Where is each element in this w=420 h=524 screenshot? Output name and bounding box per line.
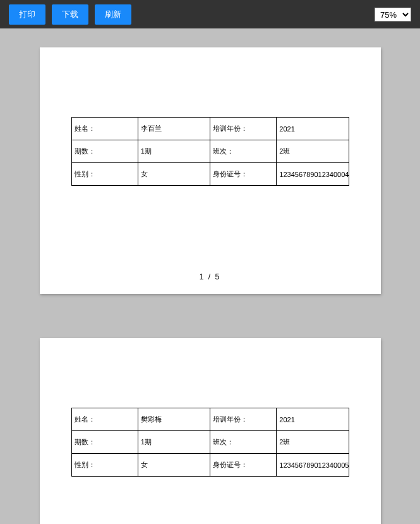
table-row: 姓名： 李百兰 培训年份： 2021 xyxy=(71,118,349,140)
value-idno: 123456789012340005 xyxy=(277,454,349,477)
page: 姓名： 樊彩梅 培训年份： 2021 期数： 1期 班次： 2班 性别： 女 身… xyxy=(40,338,381,524)
label-gender: 性别： xyxy=(71,454,138,477)
value-class: 2班 xyxy=(277,140,349,163)
value-year: 2021 xyxy=(277,408,349,431)
info-table: 姓名： 李百兰 培训年份： 2021 期数： 1期 班次： 2班 性别： 女 身… xyxy=(71,117,349,186)
zoom-select[interactable]: 75% xyxy=(375,8,411,21)
value-class: 2班 xyxy=(277,431,349,454)
print-button[interactable]: 打印 xyxy=(9,4,45,25)
label-period: 期数： xyxy=(71,431,138,454)
info-table: 姓名： 樊彩梅 培训年份： 2021 期数： 1期 班次： 2班 性别： 女 身… xyxy=(71,408,349,477)
value-period: 1期 xyxy=(138,140,210,163)
table-row: 期数： 1期 班次： 2班 xyxy=(71,140,349,163)
label-class: 班次： xyxy=(210,140,276,163)
label-name: 姓名： xyxy=(71,118,138,140)
table-row: 性别： 女 身份证号： 123456789012340004 xyxy=(71,163,349,186)
value-name: 李百兰 xyxy=(138,118,210,140)
label-class: 班次： xyxy=(210,431,276,454)
label-gender: 性别： xyxy=(71,163,138,186)
label-name: 姓名： xyxy=(71,408,138,431)
table-row: 姓名： 樊彩梅 培训年份： 2021 xyxy=(71,408,349,431)
value-gender: 女 xyxy=(138,454,210,477)
toolbar: 打印 下载 刷新 75% xyxy=(0,0,420,28)
label-period: 期数： xyxy=(71,140,138,163)
page: 姓名： 李百兰 培训年份： 2021 期数： 1期 班次： 2班 性别： 女 身… xyxy=(40,47,381,294)
table-row: 期数： 1期 班次： 2班 xyxy=(71,431,349,454)
value-name: 樊彩梅 xyxy=(138,408,210,431)
document-viewport[interactable]: 姓名： 李百兰 培训年份： 2021 期数： 1期 班次： 2班 性别： 女 身… xyxy=(0,28,420,524)
value-period: 1期 xyxy=(138,431,210,454)
label-idno: 身份证号： xyxy=(210,454,276,477)
value-idno: 123456789012340004 xyxy=(277,163,349,186)
value-gender: 女 xyxy=(138,163,210,186)
label-year: 培训年份： xyxy=(210,408,276,431)
table-row: 性别： 女 身份证号： 123456789012340005 xyxy=(71,454,349,477)
refresh-button[interactable]: 刷新 xyxy=(95,4,131,25)
download-button[interactable]: 下载 xyxy=(52,4,88,25)
value-year: 2021 xyxy=(277,118,349,140)
label-idno: 身份证号： xyxy=(210,163,276,186)
label-year: 培训年份： xyxy=(210,118,276,140)
page-number: 1 / 5 xyxy=(40,272,381,281)
